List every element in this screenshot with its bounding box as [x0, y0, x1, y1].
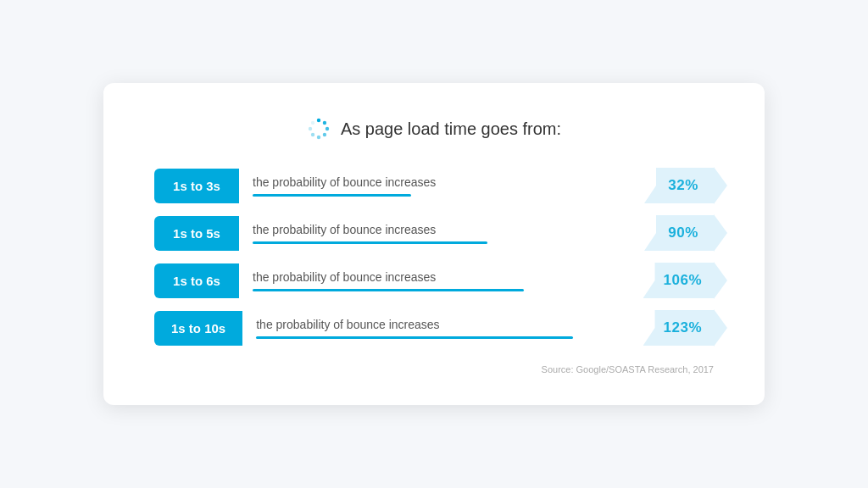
main-card: As page load time goes from: 1s to 3s th…	[103, 83, 765, 405]
bar-area: the probability of bounce increases	[242, 318, 643, 339]
percentage-value: 32%	[644, 168, 714, 203]
percentage-value: 123%	[643, 310, 714, 346]
rows-container: 1s to 3s the probability of bounce incre…	[154, 168, 714, 346]
svg-point-1	[323, 121, 326, 125]
time-label: 1s to 5s	[154, 216, 239, 251]
bounce-description: the probability of bounce increases	[256, 318, 629, 331]
table-row: 1s to 6s the probability of bounce incre…	[154, 263, 714, 298]
svg-point-0	[317, 119, 320, 122]
table-row: 1s to 5s the probability of bounce incre…	[154, 215, 714, 251]
time-label: 1s to 3s	[154, 169, 239, 203]
header-title: As page load time goes from:	[341, 119, 561, 139]
bar-area: the probability of bounce increases	[239, 175, 644, 197]
percentage-badge: 123%	[643, 310, 714, 346]
percentage-value: 90%	[644, 215, 714, 251]
bar-area: the probability of bounce increases	[239, 270, 643, 291]
bar-area: the probability of bounce increases	[239, 223, 644, 244]
progress-bar	[253, 241, 487, 244]
percentage-badge: 32%	[644, 168, 714, 203]
percentage-badge: 90%	[644, 215, 714, 251]
percentage-badge: 106%	[643, 263, 714, 298]
table-row: 1s to 3s the probability of bounce incre…	[154, 168, 714, 203]
svg-point-3	[323, 133, 326, 136]
time-label: 1s to 10s	[154, 311, 242, 346]
svg-point-6	[309, 127, 312, 130]
svg-point-5	[311, 133, 314, 136]
time-label: 1s to 6s	[154, 263, 239, 298]
percentage-value: 106%	[643, 263, 714, 298]
svg-point-4	[317, 136, 320, 139]
loading-icon	[307, 117, 331, 141]
source-text: Source: Google/SOASTA Research, 2017	[154, 364, 714, 374]
header: As page load time goes from:	[154, 117, 714, 141]
progress-bar	[256, 336, 573, 339]
table-row: 1s to 10s the probability of bounce incr…	[154, 310, 714, 346]
svg-point-7	[311, 121, 314, 125]
progress-bar	[253, 289, 524, 291]
bounce-description: the probability of bounce increases	[253, 223, 631, 236]
bounce-description: the probability of bounce increases	[253, 270, 630, 284]
bounce-description: the probability of bounce increases	[253, 175, 631, 189]
svg-point-2	[326, 127, 329, 130]
progress-bar	[253, 194, 411, 197]
